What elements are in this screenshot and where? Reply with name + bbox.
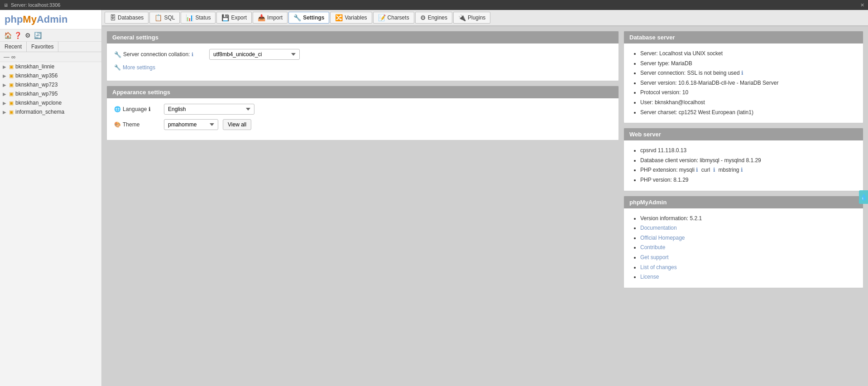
curl-help-icon[interactable]: ℹ [713,167,715,173]
language-label-text: Language [123,106,147,112]
theme-select[interactable]: pmahomme [164,119,218,130]
databases-label: Databases [118,14,144,21]
engines-button[interactable]: ⚙ Engines [415,12,452,24]
db-name: bknskhan_wpclone [15,100,62,106]
list-item: Database client version: libmysql - mysq… [640,156,856,166]
collation-label: 🔧 Server connection collation: ℹ [114,51,205,58]
mbstring-help-icon[interactable]: ℹ [741,167,743,173]
list-item[interactable]: ▶ ▣ bknskhan_wp723 [0,80,101,89]
logo-area: phpMyAdmin [0,10,101,29]
language-label: 🌐 Language ℹ [114,106,159,112]
list-item: User: bknskhan@localhost [640,98,856,108]
theme-row: 🎨 Theme pmahomme View all [114,119,611,130]
title-bar: 🖥 Server: localhost:3306 ✕ [0,0,868,10]
view-all-button[interactable]: View all [223,119,251,130]
collation-label-text: Server connection collation: [123,51,190,58]
phpmyadmin-box: phpMyAdmin Version information: 5.2.1 Do… [623,196,863,288]
official-homepage-link[interactable]: Official Homepage [640,235,685,241]
mysqli-help-icon[interactable]: ℹ [696,167,698,173]
list-item: Protocol version: 10 [640,88,856,98]
more-settings-link[interactable]: 🔧 More settings [114,64,155,71]
list-item: Server connection: SSL is not being used… [640,68,856,78]
general-settings-body: 🔧 Server connection collation: ℹ utf8mb4… [107,43,619,81]
db-icon: ▣ [9,109,14,115]
list-item: Server version: 10.6.18-MariaDB-cll-lve … [640,78,856,88]
web-server-header: Web server [624,128,863,140]
more-settings-icon: 🔧 [114,64,121,71]
list-item[interactable]: ▶ ▣ bknskhan_wpclone [0,98,101,107]
settings-icon[interactable]: ⚙ [24,31,32,39]
list-of-changes-link[interactable]: List of changes [640,264,677,270]
server-icon: 🖥 [4,3,8,8]
databases-button[interactable]: 🗄 Databases [105,12,149,24]
db-name: bknskhan_wp356 [15,72,58,79]
contribute-link[interactable]: Contribute [640,244,665,251]
expand-icon: ▶ [3,110,7,115]
list-item[interactable]: ▶ ▣ bknskhan_wp356 [0,71,101,80]
collation-select[interactable]: utf8mb4_unicode_ci [209,49,300,60]
list-item[interactable]: ▶ ▣ information_schema [0,107,101,116]
db-icon: ▣ [9,73,14,79]
database-server-title: Database server [629,34,675,41]
collation-help-icon[interactable]: ℹ [192,52,193,58]
plugins-icon: 🔌 [458,14,466,21]
home-icon[interactable]: 🏠 [4,31,12,39]
expand-icon: ▶ [3,73,7,78]
import-button[interactable]: 📥 Import [253,12,288,24]
language-row: 🌐 Language ℹ English [114,104,611,115]
recent-tab[interactable]: Recent [0,42,27,52]
settings-icon: 🔧 [293,14,301,21]
ssl-help-icon[interactable]: ℹ [741,70,743,76]
status-label: Status [195,14,211,21]
sql-button[interactable]: 📋 SQL [149,12,180,24]
charsets-button[interactable]: 📝 Charsets [373,12,414,24]
sidebar-nav-icons: 🏠 ❓ ⚙ 🔄 [0,29,101,42]
charsets-icon: 📝 [378,14,386,21]
license-link[interactable]: License [640,274,659,280]
help-icon[interactable]: ❓ [14,31,22,39]
db-name: bknskhan_wp795 [15,91,58,97]
favorites-tab[interactable]: Favorites [27,42,58,52]
appearance-settings-body: 🌐 Language ℹ English 🎨 Theme [107,98,619,140]
phpmyadmin-title: phpMyAdmin [629,199,667,206]
settings-button[interactable]: 🔧 Settings [288,12,329,24]
plugins-label: Plugins [468,14,485,21]
appearance-settings-box: Appearance settings 🌐 Language ℹ English [106,86,619,140]
close-button[interactable]: ✕ [860,2,864,8]
list-item: PHP version: 8.1.29 [640,175,856,185]
list-item[interactable]: ▶ ▣ bknskhan_linnie [0,62,101,71]
list-item: Server charset: cp1252 West European (la… [640,108,856,118]
theme-icon: 🎨 [114,121,121,128]
db-icon: ▣ [9,91,14,97]
general-settings-title: General settings [112,34,158,41]
language-help-icon[interactable]: ℹ [149,106,151,112]
db-icon: ▣ [9,64,14,70]
get-support-link[interactable]: Get support [640,254,669,261]
recent-favorites-tabs: Recent Favorites [0,42,101,52]
collapse-icon[interactable]: — [4,53,10,60]
documentation-link[interactable]: Documentation [640,225,677,231]
view-all-label: View all [228,121,246,128]
sql-icon: 📋 [154,14,162,21]
logo-admin: Admin [37,14,67,25]
list-item: Server type: MariaDB [640,59,856,69]
reload-icon[interactable]: 🔄 [34,31,42,39]
list-item: Version information: 5.2.1 [640,214,856,224]
export-label: Export [231,14,247,21]
expand-icon: ▶ [3,64,7,69]
export-button[interactable]: 💾 Export [216,12,252,24]
link-icon[interactable]: ∞ [11,53,15,60]
expand-icon: ▶ [3,82,7,87]
variables-button[interactable]: 🔀 Variables [330,12,372,24]
list-item[interactable]: ▶ ▣ bknskhan_wp795 [0,89,101,98]
theme-label-text: Theme [123,121,139,128]
status-button[interactable]: 📊 Status [181,12,216,24]
window-title: Server: localhost:3306 [11,2,60,8]
collation-icon: 🔧 [114,51,121,58]
list-item: Official Homepage [640,233,856,243]
scroll-indicator[interactable]: 💧 [859,190,868,204]
db-name: bknskhan_linnie [15,63,54,70]
plugins-button[interactable]: 🔌 Plugins [453,12,490,24]
database-server-list: Server: Localhost via UNIX socket Server… [631,49,856,117]
language-select[interactable]: English [164,104,254,115]
